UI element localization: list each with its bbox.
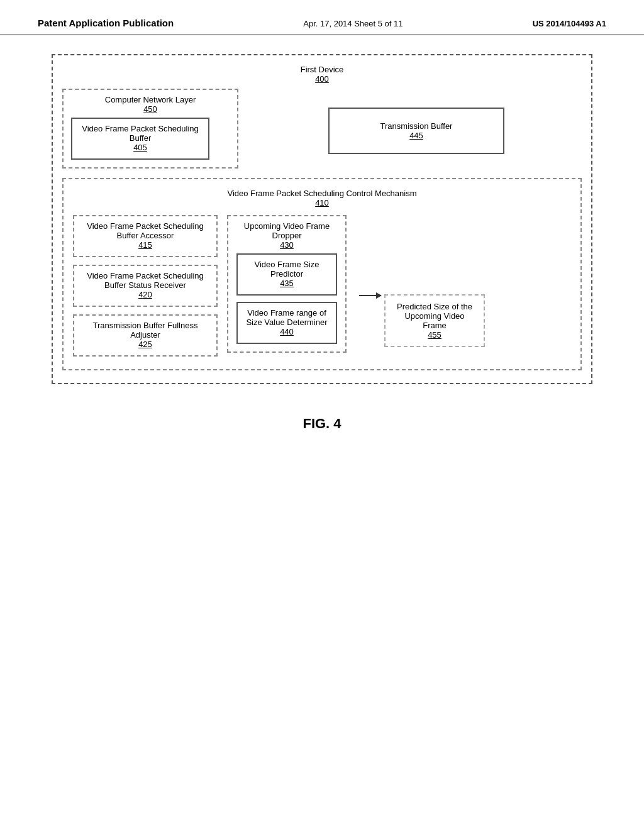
transmission-buffer-fullness-box: Transmission Buffer Fullness Adjuster 42…	[73, 314, 218, 357]
predicted-size-container: Predicted Size of the Upcoming Video Fra…	[384, 244, 485, 347]
publication-label: Patent Application Publication	[38, 18, 174, 28]
header: Patent Application Publication Apr. 17, …	[0, 0, 644, 35]
date-sheet-label: Apr. 17, 2014 Sheet 5 of 11	[303, 19, 402, 28]
buffer-accessor-box: Video Frame Packet Scheduling Buffer Acc…	[73, 215, 218, 257]
determiner-number: 440	[244, 327, 330, 336]
figure-label: FIG. 4	[38, 416, 606, 432]
video-frame-packet-buffer-box: Video Frame Packet Scheduling Buffer 405	[71, 118, 209, 160]
arrow-container	[359, 295, 381, 296]
control-mechanism-outer: Video Frame Packet Scheduling Control Me…	[62, 178, 582, 370]
predictor-number: 435	[244, 279, 330, 288]
right-section: Predicted Size of the Upcoming Video Fra…	[359, 215, 571, 357]
predicted-size-number: 455	[392, 330, 477, 340]
middle-col: Upcoming Video Frame Dropper 430 Video F…	[227, 215, 350, 357]
page: Patent Application Publication Apr. 17, …	[0, 0, 644, 830]
determiner-box: Video Frame range of Size Value Determin…	[236, 302, 337, 344]
predictor-label: Video Frame Size Predictor	[244, 260, 330, 279]
buffer-status-receiver-box: Video Frame Packet Scheduling Buffer Sta…	[73, 265, 218, 307]
predicted-size-label: Predicted Size of the Upcoming Video Fra…	[392, 302, 477, 330]
predicted-size-box: Predicted Size of the Upcoming Video Fra…	[384, 294, 485, 347]
computer-network-layer-number: 450	[71, 104, 230, 114]
transmission-buffer-fullness-number: 425	[80, 340, 210, 349]
video-frame-packet-buffer-label: Video Frame Packet Scheduling Buffer	[79, 124, 202, 143]
upcoming-dropper-number: 430	[233, 240, 340, 250]
buffer-accessor-label: Video Frame Packet Scheduling Buffer Acc…	[80, 221, 210, 240]
arrow-head	[376, 292, 382, 299]
upcoming-dropper-outer-box: Upcoming Video Frame Dropper 430 Video F…	[227, 215, 347, 353]
determiner-label: Video Frame range of Size Value Determin…	[244, 308, 330, 327]
buffer-status-receiver-number: 420	[80, 290, 210, 299]
first-device-label: First Device	[62, 65, 582, 74]
patent-number-label: US 2014/104493 A1	[533, 19, 606, 28]
control-inner: Video Frame Packet Scheduling Buffer Acc…	[73, 215, 571, 357]
diagram-area: First Device 400 Computer Network Layer …	[0, 35, 644, 451]
predictor-box: Video Frame Size Predictor 435	[236, 253, 337, 296]
computer-network-layer-label: Computer Network Layer	[71, 95, 230, 104]
left-col: Video Frame Packet Scheduling Buffer Acc…	[73, 215, 218, 357]
top-row: Computer Network Layer 450 Video Frame P…	[62, 89, 582, 169]
control-mechanism-label: Video Frame Packet Scheduling Control Me…	[73, 189, 571, 198]
video-frame-packet-buffer-number: 405	[79, 143, 202, 152]
arrow-line	[359, 295, 381, 296]
control-mechanism-number: 410	[73, 198, 571, 208]
buffer-accessor-number: 415	[80, 240, 210, 250]
first-device-number: 400	[62, 74, 582, 84]
transmission-buffer-box: Transmission Buffer 445	[328, 108, 504, 154]
computer-network-layer-box: Computer Network Layer 450 Video Frame P…	[62, 89, 238, 169]
buffer-status-receiver-label: Video Frame Packet Scheduling Buffer Sta…	[80, 271, 210, 290]
transmission-buffer-number: 445	[339, 131, 494, 140]
transmission-buffer-label: Transmission Buffer	[339, 121, 494, 131]
upcoming-dropper-label: Upcoming Video Frame Dropper	[233, 221, 340, 240]
first-device-box: First Device 400 Computer Network Layer …	[52, 54, 592, 384]
transmission-buffer-fullness-label: Transmission Buffer Fullness Adjuster	[80, 321, 210, 340]
